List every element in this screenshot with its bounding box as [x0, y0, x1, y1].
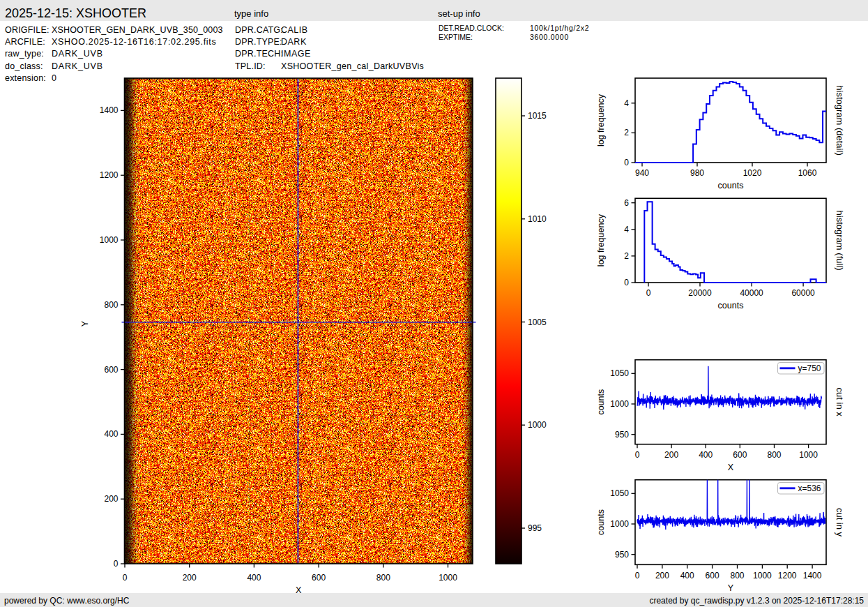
- svg-text:Y: Y: [80, 320, 90, 327]
- svg-text:1000: 1000: [799, 450, 818, 460]
- svg-text:400: 400: [680, 571, 694, 580]
- svg-text:counts: counts: [718, 301, 744, 310]
- svg-text:counts: counts: [718, 181, 744, 190]
- svg-text:60000: 60000: [791, 288, 815, 298]
- svg-text:1000: 1000: [528, 420, 547, 430]
- svg-text:0: 0: [123, 573, 128, 583]
- svg-text:2: 2: [624, 251, 629, 261]
- svg-text:1060: 1060: [798, 168, 817, 178]
- svg-text:1400: 1400: [100, 105, 119, 115]
- svg-text:1005: 1005: [528, 317, 547, 327]
- svg-text:y=750: y=750: [798, 364, 821, 373]
- svg-text:1050: 1050: [610, 488, 629, 498]
- svg-text:0: 0: [624, 278, 629, 287]
- svg-text:40000: 40000: [740, 288, 763, 298]
- svg-text:800: 800: [767, 450, 781, 460]
- svg-text:log frequency: log frequency: [596, 93, 606, 147]
- svg-text:0: 0: [635, 571, 640, 580]
- svg-text:counts: counts: [596, 509, 606, 535]
- svg-text:cut in x: cut in x: [835, 388, 845, 417]
- svg-text:0: 0: [646, 288, 651, 298]
- svg-text:0: 0: [114, 559, 119, 569]
- svg-text:20000: 20000: [688, 288, 712, 298]
- svg-text:counts: counts: [596, 389, 606, 415]
- svg-text:800: 800: [730, 571, 744, 580]
- svg-text:940: 940: [635, 168, 649, 178]
- svg-text:1020: 1020: [743, 168, 762, 178]
- svg-text:200: 200: [183, 573, 197, 583]
- svg-text:histogram (full): histogram (full): [835, 211, 845, 271]
- svg-text:1015: 1015: [528, 111, 547, 121]
- svg-text:995: 995: [528, 523, 542, 533]
- svg-text:Y: Y: [728, 583, 734, 593]
- svg-text:200: 200: [104, 494, 118, 504]
- svg-text:0: 0: [624, 158, 629, 167]
- svg-text:1000: 1000: [610, 399, 629, 409]
- svg-text:600: 600: [104, 365, 118, 375]
- svg-text:4: 4: [624, 98, 629, 108]
- svg-text:400: 400: [699, 450, 713, 460]
- svg-text:2: 2: [624, 128, 629, 137]
- svg-text:800: 800: [376, 573, 390, 583]
- svg-text:950: 950: [615, 550, 629, 560]
- svg-text:980: 980: [690, 168, 704, 178]
- svg-text:1000: 1000: [100, 235, 119, 245]
- svg-text:0: 0: [635, 450, 640, 460]
- svg-text:600: 600: [706, 571, 719, 580]
- svg-text:600: 600: [733, 450, 747, 460]
- svg-text:200: 200: [655, 571, 669, 580]
- svg-text:cut in y: cut in y: [835, 508, 845, 537]
- svg-text:1000: 1000: [610, 519, 629, 529]
- svg-text:1200: 1200: [100, 170, 119, 180]
- svg-text:600: 600: [312, 573, 326, 583]
- svg-text:4: 4: [624, 225, 629, 234]
- svg-text:x=536: x=536: [798, 484, 821, 493]
- svg-text:log frequency: log frequency: [596, 213, 606, 267]
- svg-text:800: 800: [104, 300, 118, 310]
- svg-text:400: 400: [247, 573, 261, 583]
- svg-text:1000: 1000: [753, 571, 772, 580]
- svg-text:1010: 1010: [528, 214, 547, 224]
- svg-text:1400: 1400: [803, 571, 822, 580]
- svg-text:histogram (detail): histogram (detail): [835, 85, 845, 155]
- svg-text:1200: 1200: [778, 571, 797, 580]
- svg-text:200: 200: [664, 450, 678, 460]
- svg-text:400: 400: [104, 429, 118, 439]
- svg-text:1000: 1000: [439, 573, 457, 583]
- svg-text:950: 950: [615, 430, 629, 440]
- svg-text:X: X: [728, 463, 734, 472]
- svg-text:6: 6: [624, 198, 629, 208]
- svg-text:1050: 1050: [610, 368, 629, 378]
